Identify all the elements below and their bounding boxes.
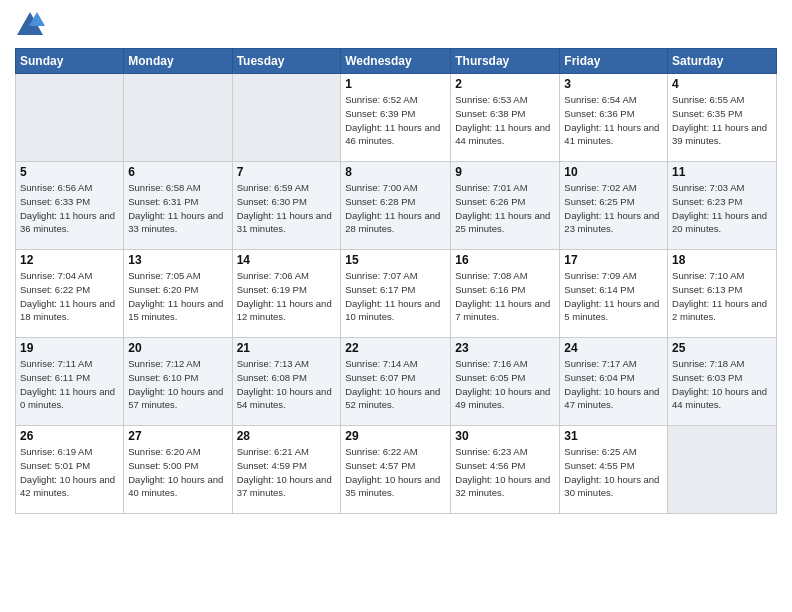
day-detail: Sunrise: 6:22 AM Sunset: 4:57 PM Dayligh…: [345, 445, 446, 500]
day-detail: Sunrise: 7:13 AM Sunset: 6:08 PM Dayligh…: [237, 357, 337, 412]
weekday-header: Monday: [124, 49, 232, 74]
calendar-week-row: 12Sunrise: 7:04 AM Sunset: 6:22 PM Dayli…: [16, 250, 777, 338]
day-number: 13: [128, 253, 227, 267]
day-number: 29: [345, 429, 446, 443]
day-detail: Sunrise: 7:01 AM Sunset: 6:26 PM Dayligh…: [455, 181, 555, 236]
calendar-cell: 21Sunrise: 7:13 AM Sunset: 6:08 PM Dayli…: [232, 338, 341, 426]
calendar-cell: 31Sunrise: 6:25 AM Sunset: 4:55 PM Dayli…: [560, 426, 668, 514]
calendar-cell: 1Sunrise: 6:52 AM Sunset: 6:39 PM Daylig…: [341, 74, 451, 162]
day-detail: Sunrise: 7:05 AM Sunset: 6:20 PM Dayligh…: [128, 269, 227, 324]
day-number: 21: [237, 341, 337, 355]
day-detail: Sunrise: 7:14 AM Sunset: 6:07 PM Dayligh…: [345, 357, 446, 412]
calendar-cell: 14Sunrise: 7:06 AM Sunset: 6:19 PM Dayli…: [232, 250, 341, 338]
day-number: 3: [564, 77, 663, 91]
day-detail: Sunrise: 6:25 AM Sunset: 4:55 PM Dayligh…: [564, 445, 663, 500]
day-detail: Sunrise: 6:55 AM Sunset: 6:35 PM Dayligh…: [672, 93, 772, 148]
calendar-header-row: SundayMondayTuesdayWednesdayThursdayFrid…: [16, 49, 777, 74]
calendar-week-row: 1Sunrise: 6:52 AM Sunset: 6:39 PM Daylig…: [16, 74, 777, 162]
day-detail: Sunrise: 7:00 AM Sunset: 6:28 PM Dayligh…: [345, 181, 446, 236]
day-detail: Sunrise: 7:12 AM Sunset: 6:10 PM Dayligh…: [128, 357, 227, 412]
calendar-cell: 3Sunrise: 6:54 AM Sunset: 6:36 PM Daylig…: [560, 74, 668, 162]
calendar-cell: [232, 74, 341, 162]
day-number: 18: [672, 253, 772, 267]
day-detail: Sunrise: 6:20 AM Sunset: 5:00 PM Dayligh…: [128, 445, 227, 500]
day-detail: Sunrise: 7:09 AM Sunset: 6:14 PM Dayligh…: [564, 269, 663, 324]
calendar-cell: 9Sunrise: 7:01 AM Sunset: 6:26 PM Daylig…: [451, 162, 560, 250]
calendar-week-row: 5Sunrise: 6:56 AM Sunset: 6:33 PM Daylig…: [16, 162, 777, 250]
day-detail: Sunrise: 7:04 AM Sunset: 6:22 PM Dayligh…: [20, 269, 119, 324]
day-number: 17: [564, 253, 663, 267]
calendar-cell: 18Sunrise: 7:10 AM Sunset: 6:13 PM Dayli…: [668, 250, 777, 338]
weekday-header: Sunday: [16, 49, 124, 74]
day-detail: Sunrise: 6:56 AM Sunset: 6:33 PM Dayligh…: [20, 181, 119, 236]
calendar-week-row: 26Sunrise: 6:19 AM Sunset: 5:01 PM Dayli…: [16, 426, 777, 514]
day-detail: Sunrise: 6:53 AM Sunset: 6:38 PM Dayligh…: [455, 93, 555, 148]
calendar-cell: 19Sunrise: 7:11 AM Sunset: 6:11 PM Dayli…: [16, 338, 124, 426]
calendar-week-row: 19Sunrise: 7:11 AM Sunset: 6:11 PM Dayli…: [16, 338, 777, 426]
calendar-cell: 5Sunrise: 6:56 AM Sunset: 6:33 PM Daylig…: [16, 162, 124, 250]
day-detail: Sunrise: 6:58 AM Sunset: 6:31 PM Dayligh…: [128, 181, 227, 236]
day-detail: Sunrise: 7:02 AM Sunset: 6:25 PM Dayligh…: [564, 181, 663, 236]
calendar-cell: 6Sunrise: 6:58 AM Sunset: 6:31 PM Daylig…: [124, 162, 232, 250]
day-number: 12: [20, 253, 119, 267]
day-number: 27: [128, 429, 227, 443]
calendar-cell: 16Sunrise: 7:08 AM Sunset: 6:16 PM Dayli…: [451, 250, 560, 338]
page: SundayMondayTuesdayWednesdayThursdayFrid…: [0, 0, 792, 524]
calendar-cell: 20Sunrise: 7:12 AM Sunset: 6:10 PM Dayli…: [124, 338, 232, 426]
day-number: 14: [237, 253, 337, 267]
weekday-header: Wednesday: [341, 49, 451, 74]
calendar-cell: 10Sunrise: 7:02 AM Sunset: 6:25 PM Dayli…: [560, 162, 668, 250]
calendar-cell: 30Sunrise: 6:23 AM Sunset: 4:56 PM Dayli…: [451, 426, 560, 514]
calendar-cell: [16, 74, 124, 162]
calendar-cell: 7Sunrise: 6:59 AM Sunset: 6:30 PM Daylig…: [232, 162, 341, 250]
day-number: 7: [237, 165, 337, 179]
day-detail: Sunrise: 7:03 AM Sunset: 6:23 PM Dayligh…: [672, 181, 772, 236]
calendar-cell: 8Sunrise: 7:00 AM Sunset: 6:28 PM Daylig…: [341, 162, 451, 250]
calendar-cell: 26Sunrise: 6:19 AM Sunset: 5:01 PM Dayli…: [16, 426, 124, 514]
day-number: 2: [455, 77, 555, 91]
calendar-cell: [668, 426, 777, 514]
weekday-header: Saturday: [668, 49, 777, 74]
day-number: 5: [20, 165, 119, 179]
weekday-header: Thursday: [451, 49, 560, 74]
day-number: 1: [345, 77, 446, 91]
day-detail: Sunrise: 7:08 AM Sunset: 6:16 PM Dayligh…: [455, 269, 555, 324]
day-detail: Sunrise: 6:19 AM Sunset: 5:01 PM Dayligh…: [20, 445, 119, 500]
day-detail: Sunrise: 7:16 AM Sunset: 6:05 PM Dayligh…: [455, 357, 555, 412]
day-detail: Sunrise: 7:18 AM Sunset: 6:03 PM Dayligh…: [672, 357, 772, 412]
day-number: 15: [345, 253, 446, 267]
day-detail: Sunrise: 6:23 AM Sunset: 4:56 PM Dayligh…: [455, 445, 555, 500]
calendar-cell: 15Sunrise: 7:07 AM Sunset: 6:17 PM Dayli…: [341, 250, 451, 338]
day-detail: Sunrise: 6:59 AM Sunset: 6:30 PM Dayligh…: [237, 181, 337, 236]
day-number: 25: [672, 341, 772, 355]
day-number: 6: [128, 165, 227, 179]
day-detail: Sunrise: 7:06 AM Sunset: 6:19 PM Dayligh…: [237, 269, 337, 324]
day-detail: Sunrise: 6:54 AM Sunset: 6:36 PM Dayligh…: [564, 93, 663, 148]
calendar-cell: 24Sunrise: 7:17 AM Sunset: 6:04 PM Dayli…: [560, 338, 668, 426]
day-number: 23: [455, 341, 555, 355]
calendar-cell: 17Sunrise: 7:09 AM Sunset: 6:14 PM Dayli…: [560, 250, 668, 338]
day-detail: Sunrise: 6:21 AM Sunset: 4:59 PM Dayligh…: [237, 445, 337, 500]
day-number: 31: [564, 429, 663, 443]
day-detail: Sunrise: 7:10 AM Sunset: 6:13 PM Dayligh…: [672, 269, 772, 324]
weekday-header: Tuesday: [232, 49, 341, 74]
day-number: 26: [20, 429, 119, 443]
day-number: 10: [564, 165, 663, 179]
day-number: 19: [20, 341, 119, 355]
calendar-cell: 27Sunrise: 6:20 AM Sunset: 5:00 PM Dayli…: [124, 426, 232, 514]
calendar-cell: 25Sunrise: 7:18 AM Sunset: 6:03 PM Dayli…: [668, 338, 777, 426]
logo: [15, 10, 49, 40]
day-detail: Sunrise: 7:17 AM Sunset: 6:04 PM Dayligh…: [564, 357, 663, 412]
calendar-cell: 13Sunrise: 7:05 AM Sunset: 6:20 PM Dayli…: [124, 250, 232, 338]
day-number: 11: [672, 165, 772, 179]
day-number: 24: [564, 341, 663, 355]
day-number: 4: [672, 77, 772, 91]
calendar-cell: 29Sunrise: 6:22 AM Sunset: 4:57 PM Dayli…: [341, 426, 451, 514]
calendar-table: SundayMondayTuesdayWednesdayThursdayFrid…: [15, 48, 777, 514]
calendar-cell: 22Sunrise: 7:14 AM Sunset: 6:07 PM Dayli…: [341, 338, 451, 426]
calendar-cell: 4Sunrise: 6:55 AM Sunset: 6:35 PM Daylig…: [668, 74, 777, 162]
day-detail: Sunrise: 6:52 AM Sunset: 6:39 PM Dayligh…: [345, 93, 446, 148]
weekday-header: Friday: [560, 49, 668, 74]
calendar-cell: 23Sunrise: 7:16 AM Sunset: 6:05 PM Dayli…: [451, 338, 560, 426]
calendar-cell: 12Sunrise: 7:04 AM Sunset: 6:22 PM Dayli…: [16, 250, 124, 338]
